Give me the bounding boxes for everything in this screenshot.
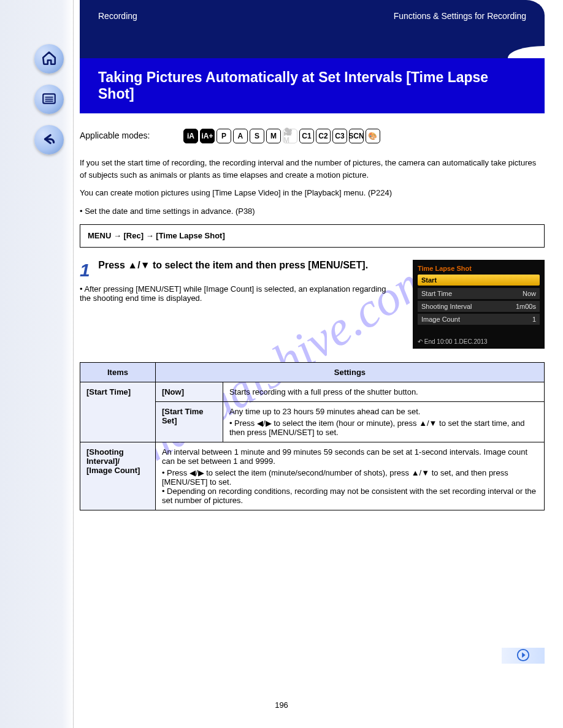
mode-c2: C2	[316, 129, 331, 143]
mode-c1: C1	[299, 129, 314, 143]
section-name: Recording	[98, 11, 137, 21]
mode-creative: 🎨	[366, 129, 380, 143]
svg-rect-2	[45, 99, 53, 100]
row-starttimeset-text: Any time up to 23 hours 59 minutes ahead…	[229, 407, 420, 416]
back-icon	[41, 131, 57, 149]
svg-rect-3	[45, 100, 53, 102]
row-start-time-label: [Start Time]	[80, 382, 156, 442]
intro-p2: You can create motion pictures using [Ti…	[80, 187, 545, 199]
list-icon	[41, 91, 57, 108]
page-number: 196	[275, 700, 288, 710]
lcd-row: Shooting Interval1m00s	[418, 301, 540, 312]
lcd-row-value: 1m00s	[516, 303, 536, 310]
lcd-row-value: 1	[532, 316, 536, 323]
arrow-right-icon	[516, 648, 530, 664]
menu-path-box: MENU → [Rec] → [Time Lapse Shot]	[80, 224, 545, 248]
row-interval-label: [Shooting Interval]/ [Image Count]	[80, 442, 156, 510]
intro-p1: If you set the start time of recording, …	[80, 157, 545, 181]
lcd-row-label: Shooting Interval	[421, 303, 472, 310]
step-title: Press ▲/▼ to select the item and then pr…	[98, 260, 368, 270]
mode-c3: C3	[332, 129, 347, 143]
section-header: Recording Functions & Settings for Recor…	[80, 0, 545, 58]
mode-s: S	[250, 129, 264, 143]
intro-bullet: Set the date and time settings in advanc…	[85, 207, 255, 216]
modes-label: Applicable modes:	[80, 131, 181, 140]
step-bullet: After pressing [MENU/SET] while [Image C…	[80, 284, 386, 303]
section-sub: Functions & Settings for Recording	[394, 11, 526, 21]
home-button[interactable]	[34, 44, 64, 74]
row-starttimeset-key: [Start Time Set]	[155, 401, 223, 442]
row-interval-b0: Press ◀/▶ to select the item (minute/sec…	[162, 468, 508, 487]
page-title: Taking Pictures Automatically at Set Int…	[98, 69, 526, 102]
home-icon	[41, 50, 57, 68]
step-number: 1	[80, 260, 90, 280]
arrow-icon: →	[113, 231, 124, 240]
settings-table: Items Settings [Start Time] [Now] Starts…	[80, 362, 545, 510]
mode-movie-m: 🎥M	[283, 129, 297, 143]
row-interval-body: An interval between 1 minute and 99 minu…	[155, 442, 544, 510]
row-now-val: Starts recording with a full press of th…	[223, 382, 544, 401]
intro-text: If you set the start time of recording, …	[80, 157, 545, 248]
side-nav	[0, 0, 74, 728]
mode-p: P	[216, 129, 231, 143]
row-starttimeset-val: Any time up to 23 hours 59 minutes ahead…	[223, 401, 544, 442]
menu-step1: [Rec]	[124, 231, 144, 240]
lcd-row: Image Count1	[418, 314, 540, 325]
arrow-icon: →	[146, 231, 156, 240]
menu-root: MENU	[88, 231, 111, 240]
mode-ia-plus: iA+	[200, 129, 215, 143]
back-button[interactable]	[34, 125, 64, 154]
mode-scn: SCN	[349, 129, 364, 143]
contents-button[interactable]	[34, 85, 64, 114]
mode-icon-strip: iAiA+PASM🎥MC1C2C3SCN🎨	[183, 129, 380, 143]
col-settings: Settings	[155, 362, 544, 382]
menu-step2: [Time Lapse Shot]	[156, 231, 224, 240]
lcd-row: Start TimeNow	[418, 288, 540, 299]
lcd-selected: Start	[418, 275, 540, 286]
mode-m: M	[266, 129, 281, 143]
svg-rect-1	[45, 96, 53, 97]
lcd-footer: End 10:00 1.DEC.2013	[418, 338, 488, 345]
row-now-key: [Now]	[155, 382, 223, 401]
row-interval-text: An interval between 1 minute and 99 minu…	[162, 447, 527, 466]
mode-ia: iA	[183, 129, 198, 143]
lcd-row-label: Start Time	[421, 290, 452, 297]
row-interval-b1: Depending on recording conditions, recor…	[162, 487, 536, 505]
row-starttimeset-b0: Press ◀/▶ to select the item (hour or mi…	[229, 419, 525, 437]
lcd-preview: Time Lapse Shot Start Start TimeNowShoot…	[413, 260, 545, 349]
col-items: Items	[80, 362, 156, 382]
lcd-title: Time Lapse Shot	[418, 265, 540, 272]
lcd-row-label: Image Count	[421, 316, 460, 323]
lcd-row-value: Now	[523, 290, 536, 297]
next-page-button[interactable]	[502, 648, 545, 664]
page-title-band: Taking Pictures Automatically at Set Int…	[80, 58, 545, 113]
mode-a: A	[233, 129, 248, 143]
